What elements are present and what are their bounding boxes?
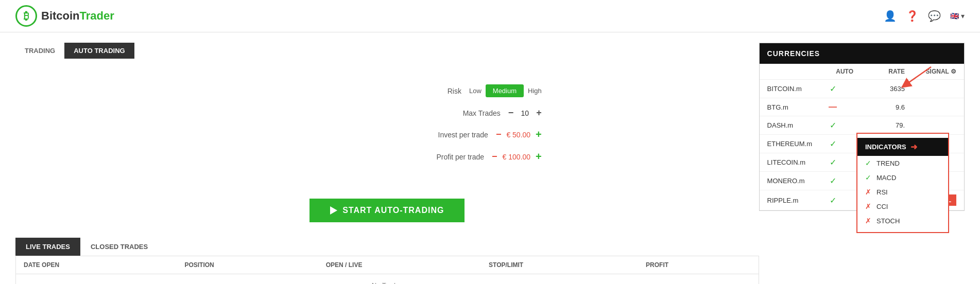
increase-profit-button[interactable]: +: [536, 151, 542, 163]
indicator-x-icon: ✗: [865, 188, 871, 196]
indicator-label: TREND: [876, 159, 900, 167]
max-trades-label: Max Trades: [428, 109, 501, 117]
currency-name: MONERO.m: [767, 177, 812, 185]
currency-auto-check: ✓: [812, 196, 853, 205]
col-profit: PROFIT: [638, 256, 759, 274]
logo-icon: ₿: [15, 5, 37, 27]
left-panel: TRADING AUTO TRADING Risk Low Medium Hig…: [15, 43, 759, 284]
profit-control: − € 100.00 +: [492, 151, 542, 163]
currency-name: LITECOIN.m: [767, 158, 812, 166]
indicators-title: INDICATORS: [865, 143, 906, 151]
invest-label: Invest per trade: [416, 131, 488, 139]
main-content: TRADING AUTO TRADING Risk Low Medium Hig…: [0, 32, 980, 284]
play-icon: [330, 206, 337, 215]
currency-row-dash: DASH.m ✓ 79.: [760, 116, 964, 135]
col-signal[interactable]: SIGNAL ⚙: [905, 68, 956, 75]
currency-name: BITCOIN.m: [767, 85, 812, 93]
currency-rate: 79.: [853, 121, 905, 129]
currency-auto-check: ✓: [812, 139, 853, 149]
profit-row: Profit per trade − € 100.00 +: [233, 151, 542, 163]
indicator-cci[interactable]: ✗ CCI: [857, 199, 948, 214]
table-row-empty: No Trades: [16, 274, 759, 285]
col-rate: RATE: [853, 68, 905, 75]
currencies-col-headers: AUTO RATE SIGNAL ⚙: [760, 64, 964, 80]
risk-medium-button[interactable]: Medium: [486, 84, 524, 97]
tab-trading[interactable]: TRADING: [15, 43, 64, 59]
currencies-header: CURRENCIES: [760, 43, 964, 64]
col-stop-limit: STOP/LIMIT: [481, 256, 638, 274]
indicator-macd[interactable]: ✓ MACD: [857, 170, 948, 185]
start-btn-label: START AUTO-TRADING: [342, 206, 444, 215]
invest-value: € 50.00: [506, 131, 530, 139]
logo-text: BitcoinTrader: [41, 9, 114, 23]
header: ₿ BitcoinTrader 👤 ❓ 💬 🇬🇧 ▾: [0, 0, 980, 32]
no-trades-msg: No Trades: [16, 274, 759, 285]
currency-row-btg: BTG.m — 9.6: [760, 98, 964, 116]
indicator-label: RSI: [876, 188, 888, 196]
currency-name: RIPPLE.m: [767, 197, 812, 204]
risk-control: Low Medium High: [469, 84, 542, 97]
indicator-label: CCI: [876, 203, 888, 210]
indicators-dropdown: INDICATORS ➜ ✓ TREND ✓ MACD ✗ RSI ✗ CCI …: [856, 133, 949, 233]
tab-closed-trades[interactable]: CLOSED TRADES: [80, 238, 158, 256]
col-open-live: OPEN / LIVE: [318, 256, 481, 274]
decrease-profit-button[interactable]: −: [492, 151, 497, 162]
increase-trades-button[interactable]: +: [536, 108, 542, 118]
risk-label: Risk: [389, 87, 461, 95]
header-icons: 👤 ❓ 💬 🇬🇧 ▾: [884, 10, 965, 22]
chat-icon[interactable]: 💬: [928, 10, 941, 22]
indicator-label: MACD: [876, 174, 896, 182]
currency-name: ETHEREUM.m: [767, 140, 812, 148]
invest-control: − € 50.00 +: [496, 129, 542, 140]
col-position: POSITION: [177, 256, 318, 274]
tab-live-trades[interactable]: LIVE TRADES: [15, 238, 80, 256]
trades-tab-bar: LIVE TRADES CLOSED TRADES: [15, 238, 759, 256]
invest-row: Invest per trade − € 50.00 +: [233, 129, 542, 140]
currency-auto-check: ✓: [812, 84, 853, 94]
increase-invest-button[interactable]: +: [536, 129, 542, 140]
risk-high: High: [528, 87, 542, 95]
arrow-icon: ➜: [910, 142, 917, 152]
logo-trader: Trader: [80, 9, 114, 22]
logo-bitcoin: Bitcoin: [41, 9, 80, 22]
start-btn-container: START AUTO-TRADING: [15, 199, 759, 222]
currency-auto-dash: —: [812, 102, 853, 112]
user-icon[interactable]: 👤: [884, 10, 897, 22]
col-date-open: DATE OPEN: [16, 256, 177, 274]
col-currency: [767, 68, 812, 75]
currency-name: BTG.m: [767, 103, 812, 111]
help-icon[interactable]: ❓: [906, 10, 919, 22]
currency-name: DASH.m: [767, 121, 812, 129]
currency-auto-check: ✓: [812, 120, 853, 130]
indicator-x-icon: ✗: [865, 217, 871, 225]
max-trades-row: Max Trades − 10 +: [233, 108, 542, 118]
indicator-check-icon: ✓: [865, 173, 871, 182]
settings-form: Risk Low Medium High Max Trades − 10 + I…: [233, 74, 542, 183]
currency-auto-check: ✓: [812, 176, 853, 186]
start-auto-trading-button[interactable]: START AUTO-TRADING: [310, 199, 465, 222]
indicator-label: STOCH: [876, 217, 900, 225]
risk-low: Low: [469, 87, 482, 95]
profit-label: Profit per trade: [412, 153, 484, 161]
profit-value: € 100.00: [503, 153, 531, 161]
indicator-trend[interactable]: ✓ TREND: [857, 156, 948, 170]
indicator-check-icon: ✓: [865, 159, 871, 167]
tab-auto-trading[interactable]: AUTO TRADING: [64, 43, 134, 59]
trades-table: DATE OPEN POSITION OPEN / LIVE STOP/LIMI…: [15, 256, 759, 284]
trades-control: − 10 +: [508, 108, 542, 118]
risk-row: Risk Low Medium High: [233, 84, 542, 97]
max-trades-value: 10: [520, 109, 530, 117]
currency-row-bitcoin: BITCOIN.m ✓ 3635: [760, 80, 964, 98]
currency-rate: 9.6: [853, 103, 905, 111]
right-section: CURRENCIES AUTO RATE SIGNAL ⚙ BITCOIN.m …: [759, 43, 965, 284]
decrease-invest-button[interactable]: −: [496, 129, 502, 140]
indicator-stoch[interactable]: ✗ STOCH: [857, 214, 948, 228]
indicators-header: INDICATORS ➜: [857, 138, 948, 156]
col-auto: AUTO: [812, 68, 853, 75]
logo: ₿ BitcoinTrader: [15, 5, 114, 27]
trades-section: LIVE TRADES CLOSED TRADES DATE OPEN POSI…: [15, 238, 759, 284]
indicator-rsi[interactable]: ✗ RSI: [857, 185, 948, 199]
language-selector[interactable]: 🇬🇧 ▾: [950, 12, 965, 20]
decrease-trades-button[interactable]: −: [508, 108, 514, 118]
currency-auto-check: ✓: [812, 157, 853, 167]
